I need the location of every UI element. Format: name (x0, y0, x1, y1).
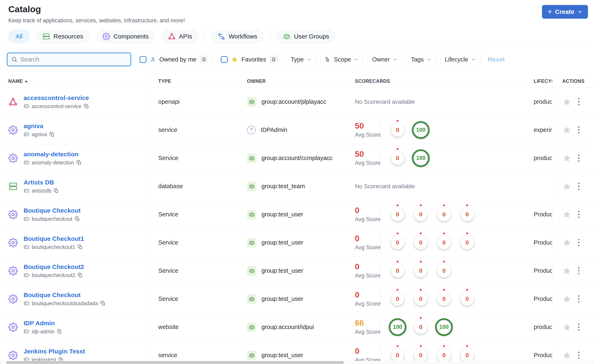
entity-name-link[interactable]: Artists DB (24, 179, 59, 186)
more-actions-button[interactable] (577, 153, 581, 163)
scorecard-badge[interactable]: 0 (437, 236, 451, 249)
tab-workflows[interactable]: Workflows (211, 30, 264, 43)
favorite-star-icon[interactable] (562, 210, 571, 219)
scorecard-badge-circle[interactable]: 0 (391, 152, 404, 165)
favorite-star-icon[interactable] (562, 97, 571, 106)
scorecard-badge-circle[interactable]: 0 (460, 292, 474, 306)
copy-icon[interactable] (77, 160, 81, 165)
scorecard-badge[interactable]: 0 (391, 208, 404, 221)
scorecard-badge[interactable]: 100 (435, 318, 453, 336)
more-actions-button[interactable] (577, 350, 581, 360)
tab-resources[interactable]: Resources (36, 30, 90, 43)
scorecard-badge-circle[interactable]: 100 (412, 121, 430, 139)
favorite-star-icon[interactable] (562, 154, 571, 163)
scorecard-badge[interactable]: 0 (414, 208, 427, 221)
entity-name-link[interactable]: Jenkins Plugin Tesst (24, 348, 85, 355)
scorecard-badge-circle[interactable]: 0 (437, 236, 451, 249)
entity-name-link[interactable]: anomaly-detection (24, 151, 81, 158)
tab-components[interactable]: Components (96, 30, 155, 43)
scorecard-badge-circle[interactable]: 0 (437, 264, 451, 277)
favorite-star-icon[interactable] (562, 351, 571, 360)
scorecard-badge[interactable]: 100 (389, 318, 406, 336)
tab-apis[interactable]: APIs (161, 30, 198, 43)
entity-name-link[interactable]: Boutique Checkout (24, 292, 106, 299)
scorecard-badge[interactable]: 100 (412, 149, 430, 167)
more-actions-button[interactable] (577, 294, 581, 304)
scorecard-badge[interactable]: 0 (437, 349, 451, 362)
copy-icon[interactable] (50, 132, 55, 137)
scorecard-badge-circle[interactable]: 0 (414, 321, 427, 334)
scorecard-badge[interactable]: 0 (414, 349, 427, 362)
scorecard-badge-circle[interactable]: 100 (435, 318, 453, 336)
scorecard-badge-circle[interactable]: 0 (460, 236, 474, 249)
scorecard-badge[interactable]: 0 (437, 208, 451, 221)
scorecard-badge-circle[interactable]: 100 (412, 149, 430, 167)
scorecard-badge[interactable]: 0 (391, 349, 404, 362)
scorecard-badge[interactable]: 100 (412, 121, 430, 139)
scorecard-badge[interactable]: 0 (391, 236, 404, 249)
scorecard-badge-circle[interactable]: 0 (414, 264, 427, 277)
filter-dropdown-lifecycle[interactable]: Lifecycle (440, 53, 481, 66)
reset-filters-button[interactable]: Reset (488, 56, 505, 63)
create-button[interactable]: + Create (542, 5, 588, 19)
scorecard-badge-circle[interactable]: 0 (414, 208, 427, 221)
tab-all[interactable]: All (8, 30, 30, 43)
scorecard-badge-circle[interactable]: 0 (414, 292, 427, 306)
copy-icon[interactable] (78, 273, 83, 278)
scorecard-badge-circle[interactable]: 0 (391, 292, 404, 306)
scorecard-badge-circle[interactable]: 0 (391, 236, 404, 249)
tab-user-groups[interactable]: User Groups (276, 30, 336, 43)
scorecard-badge[interactable]: 0 (460, 208, 474, 221)
scorecard-badge[interactable]: 0 (391, 264, 404, 277)
filter-dropdown-tags[interactable]: Tags (407, 53, 436, 66)
scorecard-badge[interactable]: 0 (391, 292, 404, 306)
scorecard-badge-circle[interactable]: 0 (391, 349, 404, 362)
scorecard-badge-circle[interactable]: 0 (460, 349, 474, 362)
filter-dropdown-type[interactable]: Type (286, 53, 316, 66)
favorite-star-icon[interactable] (562, 266, 571, 275)
favorite-star-icon[interactable] (562, 182, 571, 191)
scorecard-badge[interactable]: 0 (437, 264, 451, 277)
scorecard-badge[interactable]: 0 (414, 264, 427, 277)
more-actions-button[interactable] (577, 322, 581, 332)
horizontal-scrollbar-thumb[interactable] (6, 361, 344, 364)
scorecard-badge-circle[interactable]: 0 (414, 236, 427, 249)
copy-icon[interactable] (78, 245, 83, 250)
scorecard-badge-circle[interactable]: 0 (391, 123, 404, 137)
entity-name-link[interactable]: agniva (24, 123, 55, 130)
copy-icon[interactable] (100, 301, 106, 306)
entity-name-link[interactable]: accesscontrol-service (24, 94, 89, 101)
favorite-star-icon[interactable] (562, 294, 571, 304)
scorecard-badge-circle[interactable]: 0 (437, 292, 451, 306)
filter-dropdown-scope[interactable]: Scope (320, 53, 363, 66)
search-input[interactable] (20, 56, 127, 63)
scorecard-badge[interactable]: 0 (414, 292, 427, 306)
favorite-star-icon[interactable] (562, 126, 571, 135)
copy-icon[interactable] (75, 216, 80, 221)
more-actions-button[interactable] (577, 181, 581, 191)
entity-name-link[interactable]: IDP Admin (24, 320, 62, 327)
scorecard-badge[interactable]: 0 (391, 123, 404, 137)
scorecard-badge[interactable]: 0 (414, 321, 427, 334)
scorecard-badge-circle[interactable]: 0 (460, 208, 474, 221)
scorecard-badge[interactable]: 0 (391, 152, 404, 165)
scorecard-badge-circle[interactable]: 0 (414, 349, 427, 362)
scorecard-badge-circle[interactable]: 100 (389, 318, 406, 336)
more-actions-button[interactable] (577, 210, 581, 219)
more-actions-button[interactable] (577, 125, 581, 135)
more-actions-button[interactable] (577, 97, 581, 107)
favorite-star-icon[interactable] (562, 322, 571, 332)
scorecard-badge[interactable]: 0 (460, 236, 474, 249)
more-actions-button[interactable] (577, 238, 581, 247)
copy-icon[interactable] (54, 188, 59, 193)
filter-dropdown-owner[interactable]: Owner (368, 53, 402, 66)
entity-name-link[interactable]: Boutique Checkout2 (24, 263, 84, 270)
scorecard-badge-circle[interactable]: 0 (391, 264, 404, 277)
owned-by-me-checkbox[interactable] (140, 56, 147, 63)
scorecard-badge[interactable]: 0 (437, 292, 451, 306)
more-actions-button[interactable] (577, 266, 581, 276)
scorecard-badge[interactable]: 0 (414, 236, 427, 249)
entity-name-link[interactable]: Boutique Checkout1 (24, 235, 84, 242)
copy-icon[interactable] (57, 329, 62, 334)
scorecard-badge-circle[interactable]: 0 (437, 208, 451, 221)
